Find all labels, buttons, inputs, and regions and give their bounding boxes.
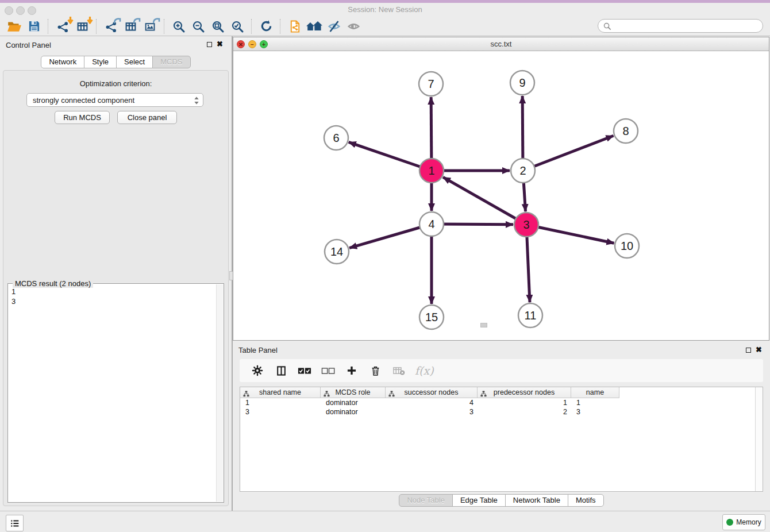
zoom-out-icon[interactable] bbox=[188, 18, 208, 35]
cell-predecessor-nodes[interactable]: 2 bbox=[478, 407, 571, 417]
cell-shared-name[interactable]: 3 bbox=[240, 407, 321, 417]
select-all-columns-icon[interactable] bbox=[297, 363, 312, 378]
close-panel-icon[interactable]: ✖ bbox=[217, 40, 223, 48]
tab-edge-table[interactable]: Edge Table bbox=[452, 494, 506, 507]
export-image-icon[interactable] bbox=[140, 18, 160, 35]
import-table-icon[interactable] bbox=[72, 18, 92, 35]
column-tree-icon bbox=[388, 390, 395, 400]
graph-node-label-6: 6 bbox=[333, 132, 339, 144]
cell-mcds-role[interactable]: dominator bbox=[321, 407, 386, 417]
export-network-icon[interactable] bbox=[101, 18, 121, 35]
cell-predecessor-nodes[interactable]: 1 bbox=[478, 398, 571, 407]
table-panel-title: Table Panel bbox=[238, 346, 278, 354]
refresh-view-icon[interactable] bbox=[256, 18, 276, 35]
graph-edges[interactable] bbox=[349, 96, 614, 304]
show-graphics-details-icon[interactable] bbox=[344, 18, 363, 35]
delete-table-icon[interactable] bbox=[391, 363, 406, 378]
graph-edge-4-14[interactable] bbox=[349, 224, 432, 248]
search-box[interactable] bbox=[598, 19, 763, 33]
toolbar-separator bbox=[164, 19, 165, 34]
mcds-result-text[interactable]: 1 3 bbox=[8, 286, 217, 501]
graph-node-label-4: 4 bbox=[428, 218, 434, 230]
table-scrollbar[interactable] bbox=[755, 387, 763, 491]
cell-shared-name[interactable]: 1 bbox=[240, 398, 321, 407]
graph-node-label-2: 2 bbox=[519, 164, 526, 177]
tab-network-table[interactable]: Network Table bbox=[505, 494, 568, 507]
graph-node-label-14: 14 bbox=[330, 245, 343, 258]
header-filler bbox=[619, 387, 763, 398]
memory-button[interactable]: Memory bbox=[722, 514, 765, 530]
float-panel-icon[interactable] bbox=[207, 42, 212, 47]
table-toolbar: f(x) bbox=[240, 359, 763, 382]
mcds-result-box: MCDS result (2 nodes) 1 3 bbox=[7, 283, 224, 503]
column-tree-icon bbox=[480, 390, 487, 400]
toolbar-separator bbox=[48, 19, 49, 34]
graph-node-label-3: 3 bbox=[523, 218, 529, 231]
search-input[interactable] bbox=[611, 21, 763, 31]
graph-node-label-8: 8 bbox=[622, 125, 629, 137]
optimization-criterion-select[interactable]: strongly connected component bbox=[26, 93, 203, 107]
network-window-titlebar[interactable]: ✕ − + scc.txt bbox=[233, 37, 769, 51]
tab-node-table[interactable]: Node Table bbox=[399, 494, 453, 507]
titlebar: Session: New Session bbox=[0, 3, 770, 17]
export-table-icon[interactable] bbox=[121, 18, 140, 35]
new-network-from-file-icon[interactable] bbox=[285, 18, 305, 35]
cell-successor-nodes[interactable]: 4 bbox=[386, 398, 478, 407]
window-title: Session: New Session bbox=[0, 5, 770, 14]
tab-mcds[interactable]: MCDS bbox=[152, 56, 190, 68]
tab-style[interactable]: Style bbox=[84, 56, 117, 68]
task-history-button[interactable] bbox=[6, 515, 24, 531]
graph-edge-3-1[interactable] bbox=[443, 177, 526, 225]
cell-successor-nodes[interactable]: 3 bbox=[386, 407, 478, 417]
result-scrollbar[interactable] bbox=[216, 284, 223, 502]
table-panel: Table Panel ✖ f(x) bbox=[233, 343, 770, 511]
close-panel-button[interactable]: Close panel bbox=[117, 111, 177, 124]
column-header-shared-name[interactable]: shared name bbox=[240, 387, 321, 398]
table-panel-tabs: Node Table Edge Table Network Table Moti… bbox=[233, 494, 770, 507]
run-mcds-button[interactable]: Run MCDS bbox=[55, 111, 110, 124]
function-builder-icon[interactable]: f(x) bbox=[415, 364, 434, 377]
tab-network[interactable]: Network bbox=[41, 56, 84, 68]
zoom-selected-icon[interactable] bbox=[228, 18, 247, 35]
column-header-name[interactable]: name bbox=[571, 387, 619, 398]
open-file-icon[interactable] bbox=[5, 18, 24, 35]
zoom-fit-icon[interactable] bbox=[208, 18, 228, 35]
create-column-plus-icon[interactable] bbox=[344, 363, 359, 378]
control-panel-tabs: Network Style Select MCDS bbox=[0, 56, 232, 68]
table-row[interactable]: 1 dominator 4 1 1 bbox=[240, 398, 763, 407]
graph-node-label-7: 7 bbox=[428, 78, 434, 90]
zoom-in-icon[interactable] bbox=[169, 18, 188, 35]
table-row[interactable]: 3 dominator 3 2 3 bbox=[240, 407, 763, 417]
tab-select[interactable]: Select bbox=[116, 56, 153, 68]
unselect-all-columns-icon[interactable] bbox=[321, 363, 336, 378]
network-graph-canvas[interactable]: 1234678910111415 bbox=[233, 51, 769, 340]
table-settings-gear-icon[interactable] bbox=[250, 363, 265, 378]
column-header-mcds-role[interactable]: MCDS role bbox=[321, 387, 386, 398]
column-header-predecessor-nodes[interactable]: predecessor nodes bbox=[478, 387, 571, 398]
save-session-icon[interactable] bbox=[24, 18, 44, 35]
first-neighbors-icon[interactable] bbox=[305, 18, 324, 35]
graph-edge-3-10[interactable] bbox=[526, 225, 614, 243]
graph-edge-1-6[interactable] bbox=[349, 142, 432, 171]
close-table-panel-icon[interactable]: ✖ bbox=[756, 346, 762, 354]
tab-motifs[interactable]: Motifs bbox=[568, 494, 604, 507]
column-tree-icon bbox=[324, 390, 330, 400]
toolbar-separator bbox=[251, 19, 252, 34]
selected-option: strongly connected component bbox=[33, 96, 134, 105]
graph-edge-2-8[interactable] bbox=[523, 136, 614, 171]
toolbar-separator bbox=[280, 19, 281, 34]
import-network-icon[interactable] bbox=[53, 18, 72, 35]
table-header-row: shared name MCDS role successor nodes pr… bbox=[240, 387, 763, 398]
hide-graphics-details-icon[interactable] bbox=[324, 18, 344, 35]
graph-node-label-10: 10 bbox=[621, 240, 633, 252]
cell-name[interactable]: 1 bbox=[571, 398, 619, 407]
list-icon bbox=[10, 518, 20, 529]
network-scrollbar-thumb[interactable] bbox=[480, 323, 487, 327]
cell-name[interactable]: 3 bbox=[571, 407, 619, 417]
column-header-successor-nodes[interactable]: successor nodes bbox=[386, 387, 478, 398]
cell-mcds-role[interactable]: dominator bbox=[321, 398, 386, 407]
search-icon bbox=[603, 22, 611, 30]
show-columns-icon[interactable] bbox=[274, 363, 288, 378]
float-table-panel-icon[interactable] bbox=[746, 348, 751, 353]
delete-column-trash-icon[interactable] bbox=[368, 363, 383, 378]
